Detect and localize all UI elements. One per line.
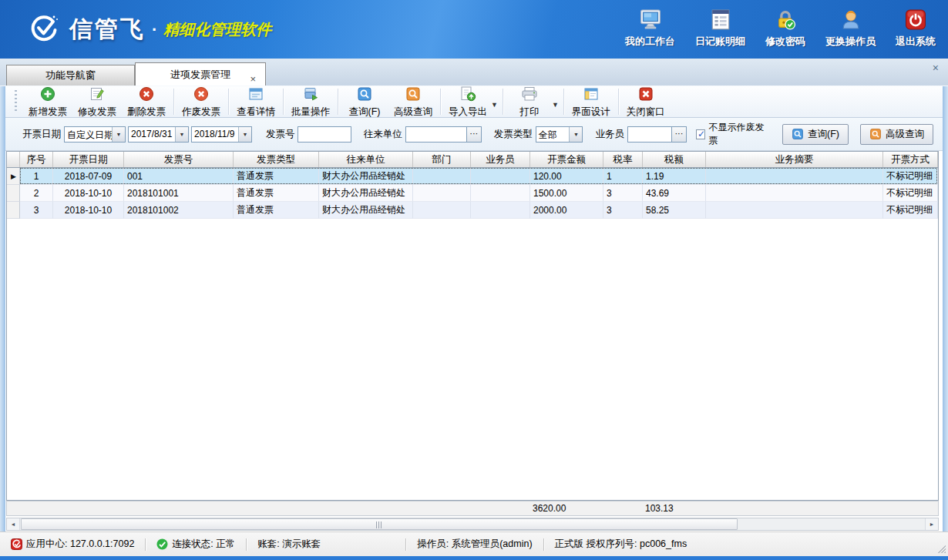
tab-input-invoice-mgmt[interactable]: 进项发票管理 × <box>135 62 266 86</box>
toolbar-separator <box>338 89 338 115</box>
status-app-center: 应用中心: 127.0.0.1:7092 <box>11 538 134 551</box>
column-header-billing-method[interactable]: 开票方式 <box>883 152 938 167</box>
column-header-tax-amount[interactable]: 税额 <box>643 152 706 167</box>
title-bar: 信管飞 · 精细化管理软件 我的工作台 <box>0 0 948 59</box>
printer-icon <box>521 86 538 104</box>
chevron-down-icon[interactable]: ▼ <box>552 101 559 109</box>
partner-input[interactable] <box>405 126 467 143</box>
hide-void-checkbox[interactable]: 不显示作废发票 <box>696 121 771 147</box>
table-row[interactable]: 2 2018-10-10 2018101001 普通发票 财大办公用品经销处 1… <box>7 185 938 202</box>
salesman-input[interactable] <box>627 126 672 143</box>
toolbar-separator <box>563 89 564 115</box>
cell: 不标记明细 <box>883 168 938 185</box>
scroll-left-button[interactable] <box>7 518 20 530</box>
hide-void-label: 不显示作废发票 <box>708 121 771 147</box>
cell: 普通发票 <box>234 168 319 185</box>
toolbar-grip[interactable] <box>15 90 17 113</box>
cell <box>413 168 471 185</box>
close-red-icon <box>638 86 654 104</box>
table-header-row: 序号 开票日期 发票号 发票类型 往来单位 部门 业务员 开票金额 税率 税额 … <box>7 152 938 168</box>
toolbar-button-close-window[interactable]: 关闭窗口 <box>621 85 671 119</box>
magnifier-blue-icon <box>357 86 372 104</box>
brand-name: 信管飞 <box>69 14 146 45</box>
row-marker-header <box>7 152 20 167</box>
date-from-select[interactable]: 2017/8/31 <box>128 126 189 143</box>
action-journal-detail[interactable]: 日记账明细 <box>695 9 745 49</box>
action-switch-operator[interactable]: 更换操作员 <box>825 9 876 49</box>
column-header-amount[interactable]: 开票金额 <box>530 152 603 167</box>
toolbar-button-ui-design[interactable]: 界面设计 <box>566 85 616 119</box>
column-header-department[interactable]: 部门 <box>413 152 471 167</box>
cell: 2018-10-10 <box>53 185 124 202</box>
cell: 001 <box>124 168 234 185</box>
toolbar-button-add-invoice[interactable]: 新增发票 <box>23 85 72 119</box>
chevron-down-icon[interactable]: ▼ <box>491 101 498 109</box>
status-bar: 应用中心: 127.0.0.1:7092 连接状态: 正常 账套: 演示账套 操… <box>0 531 948 556</box>
toolbar-button-advanced-query[interactable]: 高级查询 <box>388 85 438 119</box>
column-header-salesman[interactable]: 业务员 <box>471 152 530 167</box>
toolbar-separator <box>503 89 503 115</box>
date-mode-select[interactable]: 自定义日期 <box>64 126 126 143</box>
invoice-type-select[interactable]: 全部 <box>536 126 583 143</box>
cell: 不标记明细 <box>883 185 938 202</box>
total-amount: 3620.00 <box>533 503 566 514</box>
cell: 1 <box>20 168 53 185</box>
column-header-invoice-no[interactable]: 发票号 <box>124 152 234 167</box>
column-header-invoice-type[interactable]: 发票类型 <box>234 152 319 167</box>
invoice-no-input[interactable] <box>298 126 351 143</box>
action-exit-system[interactable]: 退出系统 <box>896 9 936 49</box>
magnifier-blue-icon <box>792 128 804 140</box>
cell: 1.19 <box>643 168 706 185</box>
invoice-no-label: 发票号 <box>266 128 295 141</box>
toolbar-button-batch-operation[interactable]: 批量操作 <box>286 85 335 119</box>
cell <box>471 185 530 202</box>
horizontal-scrollbar[interactable] <box>6 518 939 531</box>
table-row[interactable]: 1 2018-07-09 001 普通发票 财大办公用品经销处 120.00 1… <box>7 168 938 185</box>
scroll-thumb[interactable] <box>21 518 738 530</box>
toolbar-button-import-export[interactable]: 导入导出 <box>443 85 492 119</box>
advanced-query-button[interactable]: 高级查询 <box>860 124 933 145</box>
toolbar-button-delete-invoice[interactable]: 删除发票 <box>122 85 171 119</box>
column-header-partner[interactable]: 往来单位 <box>319 152 413 167</box>
query-button[interactable]: 查询(F) <box>782 124 849 145</box>
toolbar-separator <box>440 89 441 115</box>
chevron-down-icon[interactable] <box>112 127 125 142</box>
toolbar-button-print[interactable]: 打印 <box>506 85 553 119</box>
magnifier-orange-icon <box>405 86 421 104</box>
column-header-invoice-date[interactable]: 开票日期 <box>53 152 124 167</box>
window-border-left <box>0 86 5 531</box>
invoice-table: 序号 开票日期 发票号 发票类型 往来单位 部门 业务员 开票金额 税率 税额 … <box>6 151 939 501</box>
filter-bar: 开票日期 自定义日期 2017/8/31 2018/11/9 发票号 往来单位 … <box>5 118 943 151</box>
column-header-seq[interactable]: 序号 <box>20 152 53 167</box>
cell: 2018101002 <box>124 202 234 219</box>
column-header-tax-rate[interactable]: 税率 <box>603 152 643 167</box>
tabstrip-close-icon[interactable]: × <box>933 62 939 74</box>
column-header-summary[interactable]: 业务摘要 <box>706 152 883 167</box>
status-separator <box>405 538 406 551</box>
cell: 120.00 <box>530 168 603 185</box>
toolbar-button-view-detail[interactable]: 查看详情 <box>231 85 281 119</box>
chevron-down-icon[interactable] <box>175 127 188 142</box>
date-to-select[interactable]: 2018/11/9 <box>191 126 252 143</box>
toolbar-button-void-invoice[interactable]: 作废发票 <box>176 85 226 119</box>
checkbox-checked-icon[interactable] <box>696 129 706 139</box>
action-my-workbench[interactable]: 我的工作台 <box>625 9 675 49</box>
row-marker <box>7 168 20 185</box>
totals-row: 3620.00 103.13 <box>6 501 939 516</box>
row-marker <box>7 185 20 202</box>
cell: 2 <box>20 185 53 202</box>
toolbar-button-query[interactable]: 查询(F) <box>341 85 388 119</box>
chevron-down-icon[interactable] <box>569 127 582 142</box>
scroll-right-button[interactable] <box>925 518 938 530</box>
invoice-date-label: 开票日期 <box>22 128 61 141</box>
chevron-down-icon[interactable] <box>238 127 251 142</box>
toolbar-button-edit-invoice[interactable]: 修改发票 <box>72 85 122 119</box>
table-row[interactable]: 3 2018-10-10 2018101002 普通发票 财大办公用品经销处 2… <box>7 202 938 219</box>
salesman-browse-button[interactable]: ··· <box>672 126 687 143</box>
partner-browse-button[interactable]: ··· <box>467 126 482 143</box>
tab-function-nav[interactable]: 功能导航窗 <box>6 65 135 86</box>
action-change-password[interactable]: 修改密码 <box>765 9 805 49</box>
cell: 财大办公用品经销处 <box>319 185 413 202</box>
partner-label: 往来单位 <box>364 128 402 141</box>
edit-doc-icon <box>89 86 105 104</box>
